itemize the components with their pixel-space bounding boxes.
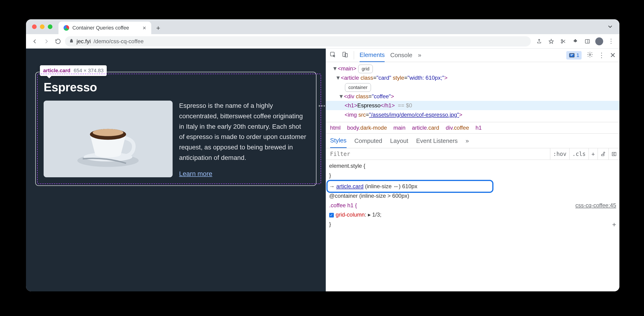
svg-point-11 xyxy=(589,54,591,55)
settings-icon[interactable] xyxy=(587,51,593,59)
card: article.card 654 × 374.83 Espresso xyxy=(35,72,316,186)
scissors-icon[interactable] xyxy=(559,37,568,46)
maximize-window[interactable] xyxy=(48,24,52,29)
crumb-main[interactable]: main xyxy=(394,124,406,131)
dom-tree[interactable]: ▼<main>grid ▼<article class="card" style… xyxy=(326,62,620,122)
dom-selected-row[interactable]: ••• <h1>Espresso</h1> == $0 xyxy=(326,101,620,110)
learn-more-link[interactable]: Learn more xyxy=(179,170,308,178)
sidepanel-icon[interactable] xyxy=(583,37,592,46)
url-path: /demo/css-cq-coffee xyxy=(94,38,144,45)
styles-overflow-icon[interactable]: » xyxy=(466,137,469,144)
styles-tab[interactable]: Styles xyxy=(330,134,346,148)
svg-rect-2 xyxy=(585,40,590,43)
card-body: Espresso is the name of a highly concent… xyxy=(179,101,308,163)
tabs-dropdown-icon[interactable] xyxy=(605,23,615,31)
new-tab-button[interactable]: + xyxy=(154,24,163,33)
window-controls xyxy=(32,24,52,29)
inspect-tooltip: article.card 654 × 374.83 xyxy=(40,65,107,76)
extensions-icon[interactable] xyxy=(571,37,580,46)
browser-tab[interactable]: Container Queries coffee × xyxy=(58,22,151,34)
kebab-icon[interactable]: ⋮ xyxy=(598,51,605,59)
menu-icon[interactable]: ⋮ xyxy=(607,37,615,46)
devtools: Elements Console » 1 ⋮ ✕ ▼<main>grid xyxy=(326,49,620,291)
tip-dimensions: 654 × 374.83 xyxy=(74,68,104,74)
tip-selector: article.card xyxy=(43,68,70,74)
tabs-overflow-icon[interactable]: » xyxy=(418,52,421,59)
styles-pane[interactable]: element.style { } → article.card (inline… xyxy=(326,160,620,231)
back-button[interactable] xyxy=(30,37,40,46)
breadcrumb[interactable]: html body.dark-mode main article.card di… xyxy=(326,122,620,134)
lock-icon xyxy=(69,38,74,45)
styles-tabs: Styles Computed Layout Event Listeners » xyxy=(326,134,620,148)
url-bar: jec.fyi/demo/css-cq-coffee ⋮ xyxy=(26,34,620,49)
minimize-window[interactable] xyxy=(40,24,44,29)
computed-tab[interactable]: Computed xyxy=(354,134,382,148)
close-tab-icon[interactable]: × xyxy=(143,25,146,31)
tab-elements[interactable]: Elements xyxy=(360,49,385,62)
tab-console[interactable]: Console xyxy=(390,49,412,62)
reload-button[interactable] xyxy=(53,37,63,46)
forward-button[interactable] xyxy=(42,37,51,46)
card-heading: Espresso xyxy=(44,80,308,94)
add-property-icon[interactable]: + xyxy=(612,219,616,231)
bookmark-icon[interactable] xyxy=(547,37,556,46)
tab-favicon xyxy=(64,25,69,31)
crumb-h1[interactable]: h1 xyxy=(476,124,482,131)
crumb-body[interactable]: body.dark-mode xyxy=(347,124,387,131)
tab-title: Container Queries coffee xyxy=(72,25,129,31)
tab-strip: Container Queries coffee × + xyxy=(26,19,620,34)
inspect-icon[interactable] xyxy=(330,51,336,59)
event-listeners-tab[interactable]: Event Listeners xyxy=(416,134,458,148)
paintbrush-icon[interactable] xyxy=(598,148,608,160)
crumb-div[interactable]: div.coffee xyxy=(446,124,469,131)
cls-toggle[interactable]: .cls xyxy=(569,148,588,160)
issues-badge[interactable]: 1 xyxy=(566,51,582,60)
cq-source-link[interactable]: article.card xyxy=(336,183,363,189)
filter-input[interactable] xyxy=(326,151,550,157)
url-host: jec.fyi xyxy=(76,38,91,45)
page-viewport: article.card 654 × 374.83 Espresso xyxy=(26,49,326,291)
panel-toggle-icon[interactable] xyxy=(608,148,620,160)
share-icon[interactable] xyxy=(535,37,543,46)
layout-tab[interactable]: Layout xyxy=(390,134,408,148)
close-window[interactable] xyxy=(32,24,37,29)
address-bar[interactable]: jec.fyi/demo/css-cq-coffee xyxy=(65,36,531,47)
device-icon[interactable] xyxy=(342,51,348,59)
crumb-html[interactable]: html xyxy=(330,124,340,131)
close-devtools-icon[interactable]: ✕ xyxy=(610,51,616,59)
hov-toggle[interactable]: :hov xyxy=(550,148,569,160)
crumb-article[interactable]: article.card xyxy=(412,124,439,131)
styles-filter: :hov .cls + xyxy=(326,148,620,160)
svg-point-6 xyxy=(93,129,124,136)
property-checkbox[interactable]: ✓ xyxy=(329,213,334,218)
source-file-link[interactable]: css-cq-coffee:45 xyxy=(575,201,616,210)
new-rule-icon[interactable]: + xyxy=(588,148,598,160)
devtools-toolbar: Elements Console » 1 ⋮ ✕ xyxy=(326,49,620,62)
card-image xyxy=(44,101,172,177)
profile-avatar[interactable] xyxy=(595,37,603,45)
